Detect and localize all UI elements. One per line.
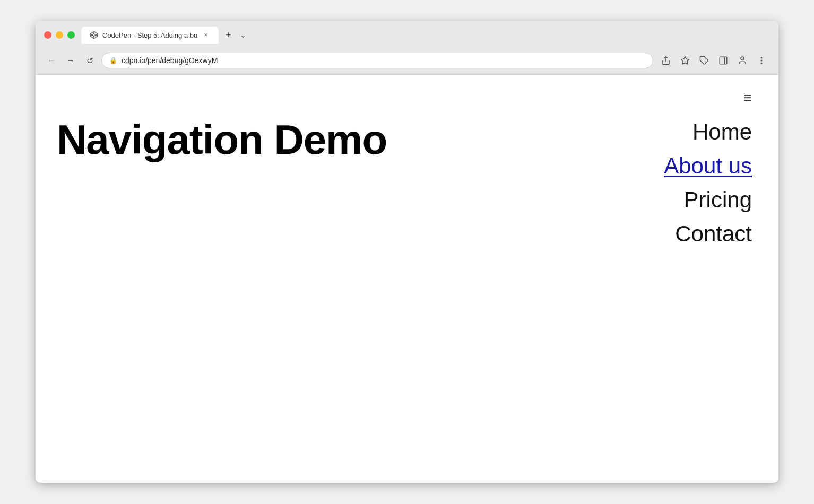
forward-icon: → bbox=[66, 56, 75, 65]
page-heading: Navigation Demo bbox=[57, 117, 387, 163]
lock-icon: 🔒 bbox=[109, 57, 117, 64]
hamburger-icon[interactable]: ≡ bbox=[744, 91, 752, 105]
reload-button[interactable]: ↺ bbox=[82, 53, 97, 68]
svg-point-8 bbox=[741, 57, 744, 60]
svg-marker-4 bbox=[681, 57, 689, 64]
nav-item-about[interactable]: About us bbox=[664, 149, 752, 183]
tabs-row: CodePen - Step 5: Adding a bu × + ⌄ bbox=[81, 27, 250, 44]
sidebar-button[interactable] bbox=[715, 52, 732, 69]
forward-button[interactable]: → bbox=[63, 53, 78, 68]
bookmark-icon bbox=[680, 56, 690, 65]
url-text: cdpn.io/pen/debug/gOexwyM bbox=[122, 56, 645, 65]
back-button[interactable]: ← bbox=[44, 53, 59, 68]
nav-item-home[interactable]: Home bbox=[692, 115, 752, 149]
svg-rect-6 bbox=[720, 57, 727, 64]
tab-close-button[interactable]: × bbox=[202, 31, 210, 39]
menu-button[interactable] bbox=[753, 52, 770, 69]
title-bar: CodePen - Step 5: Adding a bu × + ⌄ bbox=[36, 21, 778, 48]
url-bar[interactable]: 🔒 cdpn.io/pen/debug/gOexwyM bbox=[101, 53, 653, 68]
traffic-lights-row: CodePen - Step 5: Adding a bu × + ⌄ bbox=[44, 27, 770, 44]
share-icon bbox=[661, 56, 671, 65]
codepen-icon bbox=[90, 31, 98, 39]
share-button[interactable] bbox=[657, 52, 674, 69]
traffic-lights bbox=[44, 31, 75, 39]
address-bar: ← → ↺ 🔒 cdpn.io/pen/debug/gOexwyM bbox=[36, 48, 778, 75]
profile-icon bbox=[738, 56, 747, 65]
svg-point-9 bbox=[761, 57, 762, 58]
active-tab[interactable]: CodePen - Step 5: Adding a bu × bbox=[81, 27, 219, 44]
browser-window: CodePen - Step 5: Adding a bu × + ⌄ ← → … bbox=[36, 21, 778, 483]
profile-button[interactable] bbox=[734, 52, 751, 69]
address-actions bbox=[657, 52, 770, 69]
maximize-button[interactable] bbox=[67, 31, 75, 39]
sidebar-icon bbox=[718, 56, 728, 65]
bookmark-button[interactable] bbox=[677, 52, 694, 69]
extensions-button[interactable] bbox=[696, 52, 713, 69]
page-content: Navigation Demo ≡ Home About us Pricing … bbox=[36, 75, 778, 483]
reload-icon: ↺ bbox=[86, 56, 93, 66]
close-button[interactable] bbox=[44, 31, 51, 39]
nav-menu: ≡ Home About us Pricing Contact bbox=[664, 91, 752, 251]
nav-item-contact[interactable]: Contact bbox=[675, 217, 752, 251]
tab-dropdown-button[interactable]: ⌄ bbox=[236, 28, 250, 42]
minimize-button[interactable] bbox=[56, 31, 63, 39]
new-tab-button[interactable]: + bbox=[221, 28, 236, 42]
nav-item-pricing[interactable]: Pricing bbox=[684, 183, 752, 217]
puzzle-icon bbox=[699, 56, 709, 65]
back-icon: ← bbox=[47, 56, 56, 65]
svg-point-11 bbox=[761, 63, 762, 64]
tab-title: CodePen - Step 5: Adding a bu bbox=[102, 31, 197, 39]
svg-point-10 bbox=[761, 60, 762, 61]
more-icon bbox=[757, 56, 766, 65]
